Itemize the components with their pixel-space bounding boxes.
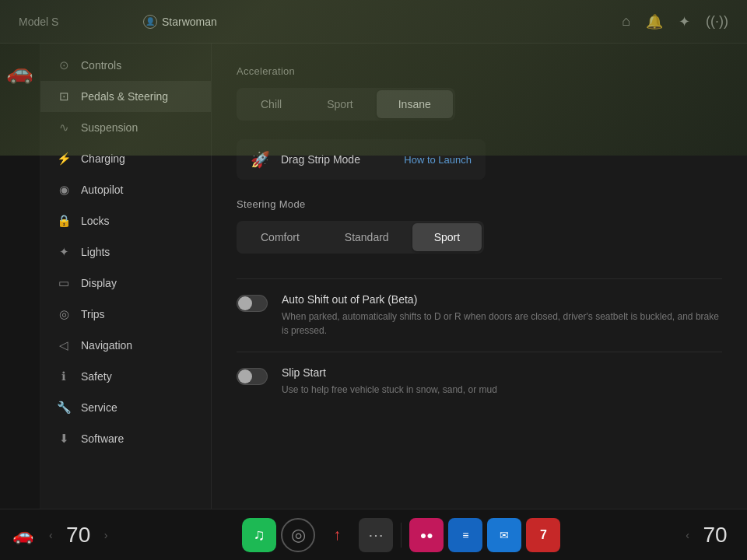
speed-value-left: 70 bbox=[59, 523, 98, 548]
steering-sport-btn[interactable]: Sport bbox=[412, 223, 482, 251]
steering-standard-btn[interactable]: Standard bbox=[323, 223, 411, 251]
toggles-container: Auto Shift out of Park (Beta) When parke… bbox=[237, 278, 722, 411]
sidebar-item-locks[interactable]: 🔒 Locks bbox=[40, 205, 211, 236]
sidebar-icon-safety: ℹ bbox=[56, 369, 72, 383]
sidebar-label-service: Service bbox=[81, 401, 117, 414]
main-container: Model S 👤 Starwoman ⌂ 🔔 ✦ ((·)) 🚗 ⊙ Cont… bbox=[0, 0, 747, 560]
slip-start-title: Slip Start bbox=[282, 366, 722, 379]
sidebar-icon-lights: ✦ bbox=[56, 245, 72, 259]
sidebar-item-trips[interactable]: ◎ Trips bbox=[40, 299, 211, 330]
app-blue[interactable]: ≡ bbox=[448, 518, 482, 552]
sidebar-icon-service: 🔧 bbox=[56, 401, 72, 415]
speed-down-arrow-right[interactable]: ‹ bbox=[686, 529, 689, 541]
app-nav[interactable]: ↑ bbox=[320, 518, 354, 552]
sidebar-icon-software: ⬇ bbox=[56, 432, 72, 446]
speed-up-arrow-left[interactable]: › bbox=[104, 529, 108, 541]
sidebar-label-lights: Lights bbox=[81, 246, 110, 258]
slip-start-text: Slip Start Use to help free vehicle stuc… bbox=[282, 366, 722, 397]
app-calendar[interactable]: 7 bbox=[526, 518, 560, 552]
auto-shift-desc: When parked, automatically shifts to D o… bbox=[282, 310, 722, 338]
auto-shift-title: Auto Shift out of Park (Beta) bbox=[282, 293, 722, 306]
sidebar-label-locks: Locks bbox=[81, 215, 110, 227]
steering-section: Steering Mode Comfort Standard Sport bbox=[237, 198, 722, 254]
sidebar-label-trips: Trips bbox=[81, 308, 105, 320]
app-spotify[interactable]: ♫ bbox=[242, 518, 276, 552]
sidebar-label-display: Display bbox=[81, 277, 117, 289]
sidebar-label-software: Software bbox=[81, 432, 124, 445]
taskbar-center: ♫ ◎ ↑ ⋯ ●● ≡ ✉ 7 bbox=[117, 518, 686, 552]
sidebar-label-safety: Safety bbox=[81, 370, 112, 383]
auto-shift-toggle[interactable] bbox=[237, 295, 268, 312]
slip-start-toggle[interactable] bbox=[237, 368, 268, 385]
steering-title: Steering Mode bbox=[237, 198, 722, 210]
slip-start-row: Slip Start Use to help free vehicle stuc… bbox=[237, 352, 722, 411]
auto-shift-row: Auto Shift out of Park (Beta) When parke… bbox=[237, 278, 722, 352]
taskbar-car: 🚗 bbox=[12, 525, 33, 545]
sidebar-icon-display: ▭ bbox=[56, 276, 72, 290]
app-target[interactable]: ◎ bbox=[281, 518, 315, 552]
taskbar-divider bbox=[401, 523, 402, 548]
steering-button-group: Comfort Standard Sport bbox=[237, 221, 484, 254]
auto-shift-text: Auto Shift out of Park (Beta) When parke… bbox=[282, 293, 722, 338]
sidebar-item-service[interactable]: 🔧 Service bbox=[40, 392, 211, 423]
speed-down-arrow-left[interactable]: ‹ bbox=[49, 529, 53, 541]
sidebar-item-safety[interactable]: ℹ Safety bbox=[40, 361, 211, 392]
background-overlay bbox=[0, 0, 747, 156]
sidebar-item-autopilot[interactable]: ◉ Autopilot bbox=[40, 174, 211, 205]
sidebar-item-software[interactable]: ⬇ Software bbox=[40, 423, 211, 454]
sidebar-label-autopilot: Autopilot bbox=[81, 184, 123, 196]
app-pink[interactable]: ●● bbox=[409, 518, 444, 552]
sidebar-label-navigation: Navigation bbox=[81, 339, 132, 352]
sidebar-item-navigation[interactable]: ◁ Navigation bbox=[40, 330, 211, 361]
sidebar-item-display[interactable]: ▭ Display bbox=[40, 268, 211, 299]
slip-start-desc: Use to help free vehicle stuck in snow, … bbox=[282, 383, 722, 397]
taskbar: 🚗 ‹ 70 › ♫ ◎ ↑ ⋯ ●● ≡ ✉ 7 ‹ 70 bbox=[0, 509, 747, 560]
sidebar-icon-navigation: ◁ bbox=[56, 338, 72, 352]
sidebar-icon-trips: ◎ bbox=[56, 307, 72, 321]
taskbar-right: ‹ 70 bbox=[686, 523, 735, 548]
speed-value-right: 70 bbox=[696, 523, 735, 548]
taskbar-car-icon: 🚗 bbox=[12, 525, 33, 545]
app-menu[interactable]: ⋯ bbox=[359, 518, 393, 552]
steering-comfort-btn[interactable]: Comfort bbox=[239, 223, 321, 251]
sidebar-icon-locks: 🔒 bbox=[56, 214, 72, 228]
sidebar-item-lights[interactable]: ✦ Lights bbox=[40, 236, 211, 268]
app-chat[interactable]: ✉ bbox=[487, 518, 521, 552]
speed-display-left: ‹ 70 › bbox=[40, 523, 117, 548]
sidebar-icon-autopilot: ◉ bbox=[56, 183, 72, 197]
